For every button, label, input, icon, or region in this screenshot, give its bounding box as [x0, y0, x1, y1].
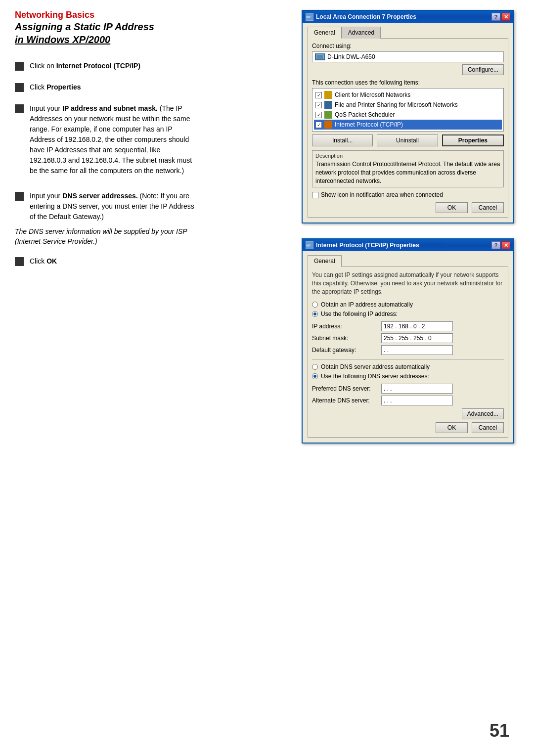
alternate-dns-value: . . . [384, 397, 392, 404]
dialog2-cancel-button[interactable]: Cancel [472, 422, 504, 433]
tab-advanced[interactable]: Advanced [342, 27, 381, 39]
subnet-row: Subnet mask: 255 . 255 . 255 . 0 [312, 333, 504, 343]
info-text: You can get IP settings assigned automat… [312, 271, 504, 296]
radio-auto-ip-label: Obtain an IP address automatically [321, 301, 413, 308]
alternate-dns-label: Alternate DNS server: [312, 397, 381, 404]
instruction-text: Click OK [30, 256, 198, 267]
instruction-text: Click on Internet Protocol (TCP/IP) [30, 61, 198, 71]
subnet-value: 255 . 255 . 255 . 0 [384, 335, 432, 342]
gateway-input[interactable]: . . [381, 345, 453, 355]
preferred-dns-value: . . . [384, 385, 392, 392]
dialog2-titlebar: Internet Protocol (TCP/IP) Properties ? … [303, 239, 513, 251]
items-listbox: Client for Microsoft Networks File and P… [312, 88, 504, 132]
ip-address-input[interactable]: 192 . 168 . 0 . 2 [381, 321, 453, 331]
radio-auto-dns[interactable] [312, 364, 318, 370]
right-column: Local Area Connection 7 Properties ? ✕ G… [302, 10, 514, 458]
show-icon-row: Show icon in notification area when conn… [312, 191, 504, 198]
list-item[interactable]: File and Printer Sharing for Microsoft N… [314, 100, 502, 110]
tab-general[interactable]: General [308, 27, 342, 39]
svg-rect-3 [306, 244, 310, 247]
list-item[interactable]: QoS Packet Scheduler [314, 110, 502, 120]
printer-icon [324, 101, 332, 109]
local-area-connection-dialog: Local Area Connection 7 Properties ? ✕ G… [302, 10, 514, 223]
instruction-text: Click Properties [30, 82, 198, 92]
radio-auto-dns-row[interactable]: Obtain DNS server address automatically [312, 363, 504, 370]
dialog2-body: General You can get IP settings assigned… [303, 251, 513, 442]
uninstall-button[interactable]: Uninstall [377, 134, 438, 146]
advanced-row: Advanced... [312, 408, 504, 419]
preferred-dns-row: Preferred DNS server: . . . [312, 384, 504, 394]
item-label: Internet Protocol (TCP/IP) [335, 121, 403, 128]
device-row: D-Link DWL-A650 [312, 51, 504, 62]
dialog1-cancel-button[interactable]: Cancel [472, 202, 504, 213]
list-item: Click OK [15, 256, 198, 267]
list-item[interactable]: Client for Microsoft Networks [314, 90, 502, 100]
alternate-dns-input[interactable]: . . . [381, 396, 453, 405]
configure-btn-row: Configure... [312, 64, 504, 75]
dns-note: The DNS server information will be suppl… [15, 227, 198, 246]
radio-manual-dns-row[interactable]: Use the following DNS server addresses: [312, 373, 504, 380]
subnet-label: Subnet mask: [312, 335, 381, 342]
description-label: Description [315, 153, 500, 159]
titlebar-left: Internet Protocol (TCP/IP) Properties [306, 241, 419, 249]
preferred-dns-input[interactable]: . . . [381, 384, 453, 394]
tab-general[interactable]: General [308, 255, 342, 267]
radio-auto-ip-row[interactable]: Obtain an IP address automatically [312, 301, 504, 308]
separator [312, 359, 504, 359]
ip-address-label: IP address: [312, 323, 381, 330]
help-button[interactable]: ? [491, 13, 500, 21]
item-label: File and Printer Sharing for Microsoft N… [335, 101, 458, 108]
dialog2-title: Internet Protocol (TCP/IP) Properties [316, 242, 419, 249]
instruction-text: Input your IP address and subnet mask. (… [30, 103, 198, 176]
close-button[interactable]: ✕ [501, 241, 510, 249]
subnet-input[interactable]: 255 . 255 . 255 . 0 [381, 333, 453, 343]
titlebar-network-icon [306, 241, 313, 249]
network-icon [324, 91, 332, 99]
checkbox-printer[interactable] [315, 102, 322, 108]
show-icon-label: Show icon in notification area when conn… [321, 191, 443, 198]
radio-auto-ip[interactable] [312, 302, 318, 308]
properties-button[interactable]: Properties [442, 134, 504, 146]
item-label: QoS Packet Scheduler [335, 111, 395, 118]
install-button[interactable]: Install... [312, 134, 373, 146]
close-button[interactable]: ✕ [501, 13, 510, 21]
checkbox-client[interactable] [315, 92, 322, 98]
connection-items-label: This connection uses the following items… [312, 79, 504, 86]
bullet-icon [15, 83, 24, 92]
radio-manual-ip-row[interactable]: Use the following IP address: [312, 311, 504, 317]
radio-manual-dns[interactable] [312, 373, 318, 379]
dialog2-ok-button[interactable]: OK [436, 422, 468, 433]
configure-button[interactable]: Configure... [462, 64, 504, 75]
dialog2-tab-content: You can get IP settings assigned automat… [308, 267, 508, 437]
radio-manual-dns-label: Use the following DNS server addresses: [321, 373, 429, 380]
help-button[interactable]: ? [491, 241, 500, 249]
ip-radio-group: Obtain an IP address automatically Use t… [312, 301, 504, 317]
checkbox-tcp[interactable] [315, 122, 322, 128]
checkbox-qos[interactable] [315, 112, 322, 118]
list-item: Input your DNS server addresses. (Note: … [15, 191, 198, 222]
device-icon [315, 53, 325, 60]
dns-radio-group: Obtain DNS server address automatically … [312, 363, 504, 380]
ip-value: 192 . 168 . 0 . 2 [384, 323, 425, 330]
titlebar-controls: ? ✕ [491, 241, 510, 249]
radio-auto-dns-label: Obtain DNS server address automatically [321, 363, 430, 370]
list-item[interactable]: Internet Protocol (TCP/IP) [314, 120, 502, 130]
page-number: 51 [490, 720, 509, 741]
dialog1-tab-content: Connect using: D-Link DWL-A650 Configure… [308, 39, 508, 218]
bullet-icon [15, 192, 24, 201]
svg-rect-1 [311, 14, 313, 17]
advanced-button[interactable]: Advanced... [462, 408, 504, 419]
page-title-section: Networking Basics Assigning a Static IP … [15, 10, 198, 46]
show-icon-checkbox[interactable] [312, 192, 318, 198]
svg-rect-4 [311, 243, 313, 245]
final-step-list: Click OK [15, 256, 198, 267]
action-buttons-row: Install... Uninstall Properties [312, 134, 504, 146]
dialog1-titlebar: Local Area Connection 7 Properties ? ✕ [303, 11, 513, 23]
left-column: Networking Basics Assigning a Static IP … [15, 10, 198, 277]
titlebar-left: Local Area Connection 7 Properties [306, 13, 416, 21]
instruction-list: Click on Internet Protocol (TCP/IP) Clic… [15, 61, 198, 222]
dialog1-ok-button[interactable]: OK [436, 202, 468, 213]
ip-address-row: IP address: 192 . 168 . 0 . 2 [312, 321, 504, 331]
radio-manual-ip[interactable] [312, 311, 318, 317]
alternate-dns-row: Alternate DNS server: . . . [312, 396, 504, 405]
